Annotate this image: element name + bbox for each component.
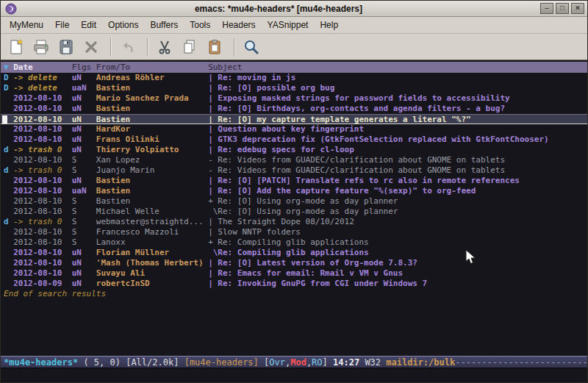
column-header-date[interactable]: Date	[13, 62, 71, 73]
col-subj: Exposing masked strings for password fie…	[218, 93, 587, 104]
maximize-button[interactable]: □	[556, 3, 569, 14]
message-row[interactable]: 2012-08-09uNrobertcInSD|Re: Invoking Gnu…	[1, 279, 587, 289]
col-flags: uN	[72, 135, 96, 145]
col-flags: uN	[72, 73, 96, 83]
col-sep: |	[208, 145, 218, 155]
emacs-window: emacs: *mu4e-headers* [mu4e-headers] – □…	[0, 0, 588, 383]
col-date: -> delete	[13, 83, 71, 93]
col-flags: S	[72, 207, 96, 217]
col-mark	[4, 186, 13, 196]
col-sep: |	[208, 217, 218, 227]
message-row[interactable]: 2012-08-10SFrancesco Mazzoli|Slow NNTP f…	[1, 227, 587, 237]
message-row[interactable]: d-> trash 0Swebmaster@straightd...|The S…	[1, 217, 587, 227]
modeline-bracket-close: ]	[323, 357, 333, 368]
message-row[interactable]: D-> deleteuNAndreas Röhler|Re: moving in…	[1, 73, 587, 83]
col-sep: |	[208, 258, 218, 268]
message-row[interactable]: 2012-08-10uNSuvayu Ali|Re: Emacs for ema…	[1, 268, 587, 279]
col-mark	[4, 115, 13, 124]
col-subj: Re: Videos from GUADEC/clarification abo…	[218, 165, 587, 176]
col-from: Suvayu Ali	[96, 268, 208, 279]
menu-help[interactable]: Help	[314, 18, 344, 32]
col-sep: |	[208, 227, 218, 237]
menu-edit[interactable]: Edit	[75, 18, 102, 32]
menu-buffers[interactable]: Buffers	[144, 18, 184, 32]
modeline-modified: Mod	[290, 357, 306, 368]
col-mark: d	[4, 165, 13, 176]
col-date: 2012-08-10	[13, 135, 71, 145]
col-mark	[4, 248, 13, 258]
col-from: HardKor	[96, 124, 208, 135]
message-row[interactable]: 2012-08-10uNFlorian Müllner \Re: Compili…	[1, 248, 587, 258]
close-button[interactable]: ✕	[571, 3, 584, 14]
message-row[interactable]: 2012-08-10uN'Mash (Thomas Herbert)|Re: […	[1, 258, 587, 268]
message-row[interactable]: d-> trash 0uNThierry Volpiatto|Re: edebu…	[1, 145, 587, 155]
message-list: D-> deleteuNAndreas Röhler|Re: moving in…	[1, 73, 587, 289]
cut-button[interactable]	[154, 36, 176, 58]
save-button[interactable]	[55, 36, 77, 58]
toolbar	[1, 34, 587, 60]
col-mark: d	[4, 217, 13, 227]
message-row[interactable]: D-> deleteuaNBastien|Re: [O] possible or…	[1, 83, 587, 93]
paste-button[interactable]	[204, 36, 226, 58]
col-subj: Re: [O] possible org bug	[218, 83, 587, 93]
menu-mymenu[interactable]: MyMenu	[4, 18, 49, 32]
menu-options[interactable]: Options	[102, 18, 144, 32]
message-row[interactable]: 2012-08-10SMichael Welle \Re: [O] Using …	[1, 207, 587, 217]
col-sep: +	[208, 196, 218, 207]
col-date: 2012-08-10	[13, 104, 71, 114]
col-sep: \	[208, 248, 218, 258]
message-row[interactable]: d-> trash 0SJuanjo Marin-Re: Videos from…	[1, 165, 587, 176]
end-of-results-message: End of search results	[1, 289, 587, 299]
modeline-buffer-name: *mu4e-headers*	[4, 357, 83, 368]
col-date: 2012-08-10	[13, 196, 71, 207]
print-button[interactable]	[30, 36, 52, 58]
col-mark	[4, 155, 13, 165]
message-row[interactable]: 2012-08-10SLanoxx+Re: Compiling glib app…	[1, 237, 587, 248]
paste-icon	[206, 38, 223, 56]
message-row[interactable]: 2012-08-10uNHardKor|Question about key f…	[1, 124, 587, 135]
message-row[interactable]: 2012-08-10uaNBastien|Re: [O] Add the cap…	[1, 186, 587, 196]
message-row[interactable]: 2012-08-10SXan Lopez-Re: Videos from GUA…	[1, 155, 587, 165]
col-sep: |	[208, 176, 218, 186]
message-row[interactable]: 2012-08-10uNBastien|Re: [O] [PATCH] Tran…	[1, 176, 587, 186]
menu-file[interactable]: File	[49, 18, 75, 32]
column-header-flags[interactable]: Flgs	[72, 62, 96, 73]
close-buffer-button[interactable]	[80, 36, 102, 58]
copy-icon	[181, 38, 198, 56]
window-controls: – □ ✕	[540, 3, 584, 14]
message-row[interactable]: 2012-08-10SBastien+Re: [O] Using org-mod…	[1, 196, 587, 207]
minimize-button[interactable]: –	[540, 3, 553, 14]
message-row[interactable]: 2012-08-10uNFrans Oilinki|GTK3 deprecati…	[1, 135, 587, 145]
menu-yasnippet[interactable]: YASnippet	[262, 18, 315, 32]
copy-button[interactable]	[179, 36, 201, 58]
toolbar-separator	[110, 38, 112, 56]
col-sep: |	[208, 104, 218, 114]
menu-tools[interactable]: Tools	[184, 18, 216, 32]
menu-headers[interactable]: Headers	[216, 18, 261, 32]
col-sep: |	[208, 135, 218, 145]
col-sep: |	[208, 83, 218, 93]
message-row[interactable]: 2012-08-10uNBastien|Re: [O] my capture t…	[1, 114, 587, 124]
col-from: Lanoxx	[96, 237, 208, 248]
col-subj: Re: Compiling glib applications	[218, 248, 587, 258]
col-sep: |	[208, 124, 218, 135]
col-from: Bastien	[96, 186, 208, 196]
new-file-button[interactable]	[5, 36, 27, 58]
col-from: Michael Welle	[96, 207, 208, 217]
menu-bar: MyMenuFileEditOptionsBuffersToolsHeaders…	[1, 17, 587, 34]
col-from: Francesco Mazzoli	[96, 227, 208, 237]
col-mark	[4, 258, 13, 268]
minibuffer[interactable]	[1, 368, 587, 382]
undo-button[interactable]	[117, 36, 139, 58]
search-button[interactable]	[240, 36, 262, 58]
col-mark: d	[4, 145, 13, 155]
column-header-subject[interactable]: Subject	[208, 62, 587, 73]
message-row[interactable]: 2012-08-10uNMario Sanchez Prada|Exposing…	[1, 93, 587, 104]
titlebar[interactable]: emacs: *mu4e-headers* [mu4e-headers] – □…	[1, 1, 587, 17]
column-header-from[interactable]: From/To	[96, 62, 208, 73]
col-flags: uN	[72, 115, 96, 124]
message-row[interactable]: 2012-08-10uNBastien|Re: [O] Birthdays, o…	[1, 104, 587, 114]
window-title: emacs: *mu4e-headers* [mu4e-headers]	[17, 4, 540, 14]
col-flags: S	[72, 217, 96, 227]
sort-direction-icon[interactable]: ▼	[4, 62, 13, 73]
